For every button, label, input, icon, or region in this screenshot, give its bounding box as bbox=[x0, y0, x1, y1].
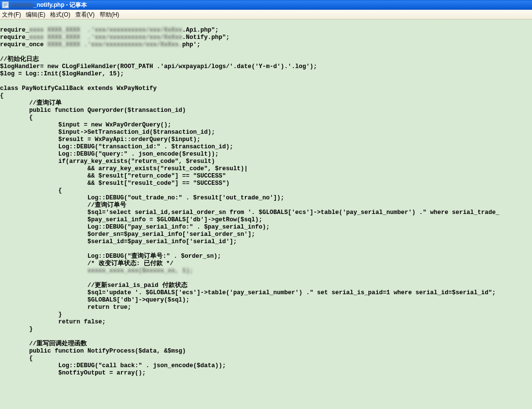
code-line: $serial_id=$pay_serial_info['serial_id']… bbox=[0, 238, 237, 245]
menu-format[interactable]: 格式(O) bbox=[50, 11, 70, 19]
code-line: $log = Log::Init($logHandler, 15); bbox=[0, 71, 124, 77]
code-line: } bbox=[0, 311, 62, 318]
title-sep: - bbox=[65, 1, 70, 8]
code-line: //初始化日志 bbox=[0, 56, 39, 63]
code-line: Log::DEBUG("call back:" . json_encode($d… bbox=[0, 362, 226, 369]
code-line: xxxxx_xxxx_xxx($xxxxx_xx, 1); bbox=[0, 267, 193, 274]
code-line: $sql='update '. $GLOBALS['ecs']->table('… bbox=[0, 289, 496, 296]
code-line: && array_key_exists("result_code", $resu… bbox=[0, 165, 248, 172]
menu-file[interactable]: 文件(F) bbox=[2, 11, 21, 19]
code-line: $GLOBALS['db']->query($sql); bbox=[0, 297, 189, 303]
code-line: //重写回调处理函数 bbox=[0, 340, 87, 347]
code-line: $input->SetTransaction_id($transaction_i… bbox=[0, 129, 215, 136]
code-line: Log::DEBUG("查询订单号:" . $order_sn); bbox=[0, 253, 221, 260]
code-line: //查询订单号 bbox=[0, 202, 126, 209]
code-line: require_xxxx XXXX_XXXX .'xxx/xxxxxxxxxx/… bbox=[0, 34, 230, 41]
code-line: //更新serial_is_paid 付款状态 bbox=[0, 282, 188, 289]
code-line: Log::DEBUG("transaction_id:" . $transact… bbox=[0, 143, 233, 150]
code-line: require_once XXXX_XXXX .'xxx/xxxxxxxxxx/… bbox=[0, 41, 201, 48]
menu-help[interactable]: 帮助(H) bbox=[100, 11, 120, 19]
code-line: class PayNotifyCallBack extends WxPayNot… bbox=[0, 85, 157, 92]
code-line: { bbox=[0, 187, 62, 194]
code-line: public function Queryorder($transaction_… bbox=[0, 107, 186, 114]
menu-edit[interactable]: 编辑(E) bbox=[26, 11, 45, 19]
menubar: 文件(F) 编辑(E) 格式(O) 查看(V) 帮助(H) bbox=[0, 10, 532, 19]
code-line: } bbox=[0, 326, 33, 333]
menu-view[interactable]: 查看(V) bbox=[75, 11, 95, 19]
code-line: $logHandler= new CLogFileHandler(ROOT_PA… bbox=[0, 63, 317, 70]
svg-rect-0 bbox=[2, 2, 8, 8]
code-line: public function NotifyProcess($data, &$m… bbox=[0, 348, 186, 355]
code-line: { bbox=[0, 114, 33, 121]
code-line: $pay_serial_info = $GLOBALS['db']->getRo… bbox=[0, 216, 262, 223]
code-line: && $result["return_code"] == "SUCCESS" bbox=[0, 173, 226, 179]
code-line: Log::DEBUG("query:" . json_encode($resul… bbox=[0, 151, 219, 158]
code-line: if(array_key_exists("return_code", $resu… bbox=[0, 158, 215, 165]
code-line: { bbox=[0, 92, 4, 99]
code-line: $notfiyOutput = array(); bbox=[0, 370, 146, 376]
code-line: $result = WxPayApi::orderQuery($input); bbox=[0, 136, 201, 143]
title-text: xxxxxxx_notify.php - 记事本 bbox=[11, 1, 87, 9]
titlebar: xxxxxxx_notify.php - 记事本 bbox=[0, 0, 532, 10]
title-filename-clear: _notify.php bbox=[34, 1, 65, 8]
editor-content[interactable]: require_xxxx XXXX_XXXX .'xxx/xxxxxxxxxx/… bbox=[0, 19, 532, 409]
code-line: return false; bbox=[0, 319, 106, 325]
title-app: 记事本 bbox=[69, 1, 87, 8]
code-line: { bbox=[0, 355, 33, 362]
code-line: Log::DEBUG("pay_serial_info:" . $pay_ser… bbox=[0, 224, 270, 231]
code-line: Log::DEBUG("out_trade_no:" . $result['ou… bbox=[0, 195, 284, 201]
code-line: $input = new WxPayOrderQuery(); bbox=[0, 122, 172, 128]
code-line: $order_sn=$pay_serial_info['serial_order… bbox=[0, 231, 255, 238]
code-line: //查询订单 bbox=[0, 100, 62, 107]
code-line: /* 改变订单状态: 已付款 */ bbox=[0, 260, 173, 267]
code-line: return true; bbox=[0, 304, 131, 311]
app-icon bbox=[2, 1, 9, 8]
code-line: require_xxxx XXXX_XXXX .'xxx/xxxxxxxxxx/… bbox=[0, 27, 219, 34]
code-line: && $result["result_code"] == "SUCCESS") bbox=[0, 180, 230, 187]
title-filename-blur: xxxxxxx bbox=[11, 1, 34, 8]
code-line: $sql='select serial_id,serial_order_sn f… bbox=[0, 209, 499, 216]
